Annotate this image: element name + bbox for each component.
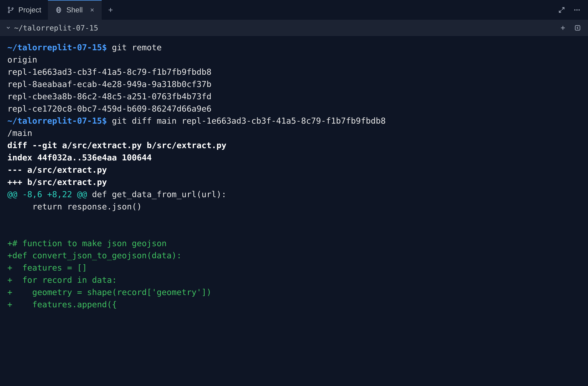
diff-add-line: + features.append({ [7,300,117,309]
tab-project[interactable]: Project [0,0,48,20]
add-tab-button[interactable] [102,0,119,20]
current-path[interactable]: ~/talorreplit-07-15 [14,23,98,32]
hunk-tail: def get_data_from_url(url): [87,190,226,199]
blank-line [7,226,12,236]
svg-point-5 [579,9,580,11]
git-branch-icon [7,6,15,14]
exit-icon[interactable] [573,23,583,33]
diff-add-line: +def convert_json_to_geojson(data): [7,251,182,260]
svg-point-3 [574,9,575,11]
svg-point-0 [8,7,10,8]
prompt-dollar: $ [102,43,107,52]
output-line: origin [7,55,37,64]
diff-add-line: + geometry = shape(record['geometry']) [7,287,211,297]
context-line: return response.json() [7,202,142,211]
tab-bar: Project Shell [0,0,588,20]
output-line: repl-cbee3a8b-86c2-48c5-a251-0763fb4b73f… [7,92,211,101]
hunk-marker: @@ -8,6 +8,22 @@ [7,190,87,199]
blank-line [7,214,12,224]
terminal-output[interactable]: ~/talorreplit-07-15$ git remote origin r… [0,36,588,316]
tab-label: Shell [66,6,83,14]
output-line: repl-8aeabaaf-ecab-4e28-949a-9a318b0cf37… [7,79,211,89]
diff-add-line: +# function to make json geojson [7,238,167,248]
diff-header: --- a/src/extract.py [7,165,107,175]
output-line: repl-ce1720c8-0bc7-459d-b609-86247d66a9e… [7,104,211,113]
prompt-dollar: $ [102,116,107,126]
svg-rect-6 [575,25,580,30]
shell-icon [55,6,63,14]
prompt-path: ~/talorreplit-07-15 [7,43,102,52]
diff-add-line: + for record in data: [7,275,117,285]
command-text: git diff main repl-1e663ad3-cb3f-41a5-8c… [112,116,386,126]
close-icon[interactable] [89,7,95,13]
prompt-path: ~/talorreplit-07-15 [7,116,102,126]
tab-shell[interactable]: Shell [48,0,102,20]
tab-label: Project [18,6,41,14]
svg-point-4 [576,9,578,11]
expand-icon[interactable] [557,5,567,15]
diff-add-line: + features = [] [7,263,87,273]
diff-header: index 44f032a..536e4aa 100644 [7,153,152,162]
command-wrap: /main [7,128,32,138]
svg-point-1 [8,11,10,13]
command-text: git remote [112,43,162,52]
diff-header: +++ b/src/extract.py [7,177,107,187]
path-bar: ~/talorreplit-07-15 [0,20,588,36]
chevron-down-icon[interactable] [5,23,11,32]
output-line: repl-1e663ad3-cb3f-41a5-8c79-f1b7fb9fbdb… [7,67,211,77]
svg-point-2 [12,8,13,9]
new-shell-icon[interactable] [558,23,568,33]
more-icon[interactable] [572,5,582,15]
diff-header: diff --git a/src/extract.py b/src/extrac… [7,140,226,150]
